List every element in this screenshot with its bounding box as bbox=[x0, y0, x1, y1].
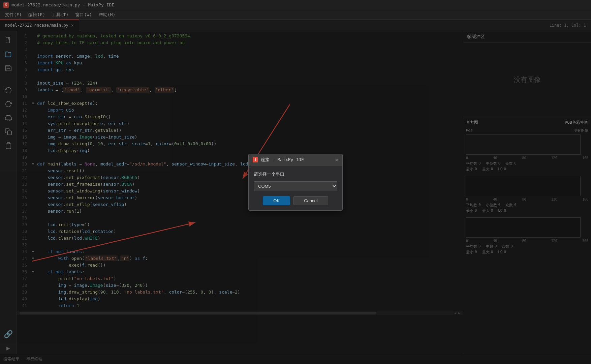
dialog-prompt: 请选择一个串口 bbox=[254, 171, 337, 177]
dialog-select-container: COM5 bbox=[254, 181, 337, 191]
dialog-title-text: 连接 - MaixPy IDE bbox=[261, 157, 304, 163]
connection-dialog: S 连接 - MaixPy IDE × 请选择一个串口 COM5 OK Canc… bbox=[248, 154, 343, 211]
dialog-body: 请选择一个串口 COM5 OK Cancel bbox=[249, 166, 342, 210]
port-select[interactable]: COM5 bbox=[254, 181, 337, 191]
dialog-ok-button[interactable]: OK bbox=[263, 196, 290, 205]
dialog-title: S 连接 - MaixPy IDE bbox=[253, 157, 304, 163]
dialog-close-button[interactable]: × bbox=[335, 157, 338, 163]
dialog-overlay: S 连接 - MaixPy IDE × 请选择一个串口 COM5 OK Canc… bbox=[0, 0, 591, 364]
dialog-buttons: OK Cancel bbox=[254, 196, 337, 205]
dialog-app-icon: S bbox=[253, 157, 258, 162]
dialog-titlebar: S 连接 - MaixPy IDE × bbox=[249, 154, 342, 166]
dialog-cancel-button[interactable]: Cancel bbox=[293, 196, 328, 205]
